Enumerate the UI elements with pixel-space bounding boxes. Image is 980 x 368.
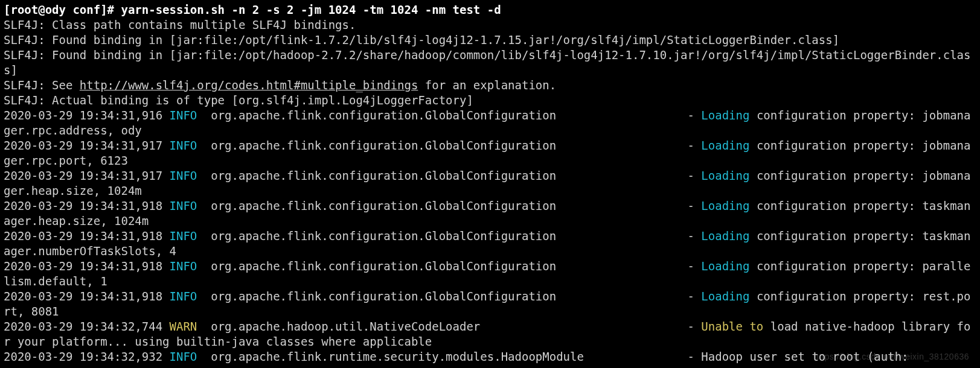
log-level: INFO (170, 199, 197, 212)
log-level: INFO (170, 109, 197, 122)
log-line: 2020-03-29 19:34:31,917 INFO org.apache.… (4, 139, 970, 167)
log-highlight: Loading (701, 290, 749, 303)
slf4j-link[interactable]: http://www.slf4j.org/codes.html#multiple… (80, 78, 418, 92)
log-highlight: Loading (701, 229, 749, 243)
log-highlight: Loading (701, 259, 749, 273)
log-line: 2020-03-29 19:34:31,918 INFO org.apache.… (4, 290, 970, 318)
shell-prompt: [root@ody conf]# yarn-session.sh -n 2 -s… (4, 3, 501, 16)
log-line: 2020-03-29 19:34:31,918 INFO org.apache.… (4, 199, 970, 227)
log-line: SLF4J: Found binding in [jar:file:/opt/h… (4, 48, 970, 77)
watermark: https://blog.csdn.net/weixin_38120636 (814, 349, 969, 364)
log-highlight: Loading (701, 199, 749, 212)
log-level: INFO (170, 169, 197, 182)
log-highlight: Unable to (701, 320, 763, 333)
log-line: SLF4J: Actual binding is of type [org.sl… (4, 94, 473, 107)
log-line: 2020-03-29 19:34:31,918 INFO org.apache.… (4, 259, 970, 288)
log-highlight: Loading (701, 139, 749, 152)
log-level: WARN (170, 320, 197, 333)
log-highlight: Loading (701, 169, 749, 182)
terminal-output[interactable]: [root@ody conf]# yarn-session.sh -n 2 -s… (0, 0, 980, 367)
log-line: SLF4J: Class path contains multiple SLF4… (4, 18, 356, 31)
log-line: 2020-03-29 19:34:31,918 INFO org.apache.… (4, 229, 970, 258)
log-level: INFO (170, 139, 197, 152)
log-level: INFO (170, 259, 197, 273)
log-highlight: Loading (701, 109, 749, 122)
log-level: INFO (170, 229, 197, 243)
log-line: 2020-03-29 19:34:31,916 INFO org.apache.… (4, 109, 970, 137)
log-line: SLF4J: Found binding in [jar:file:/opt/f… (4, 33, 839, 46)
log-level: INFO (170, 290, 197, 303)
log-line: 2020-03-29 19:34:32,932 INFO org.apache.… (4, 350, 909, 363)
log-line: 2020-03-29 19:34:32,744 WARN org.apache.… (4, 320, 970, 348)
log-level: INFO (170, 350, 197, 363)
log-line: 2020-03-29 19:34:31,917 INFO org.apache.… (4, 169, 970, 197)
log-line: SLF4J: See http://www.slf4j.org/codes.ht… (4, 78, 556, 92)
